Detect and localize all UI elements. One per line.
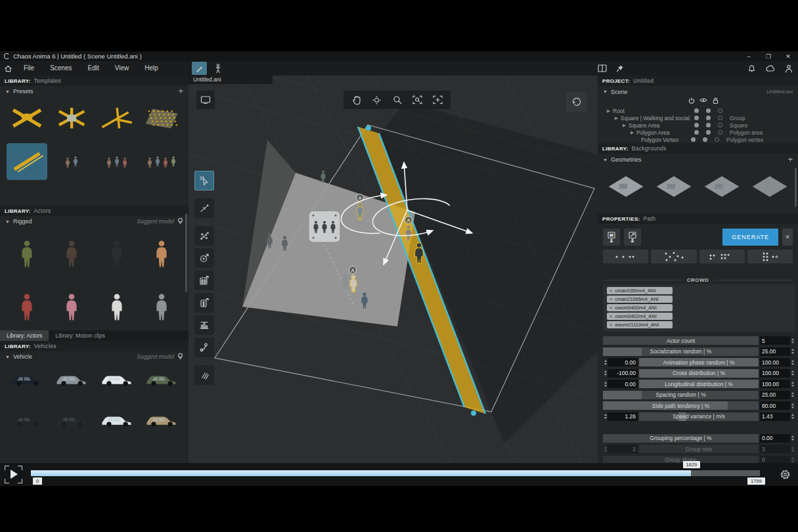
right-panel-scrollbar[interactable] bbox=[795, 167, 797, 207]
zoom-icon[interactable] bbox=[388, 92, 406, 108]
stepper-control[interactable] bbox=[603, 412, 608, 421]
geometry-thumb[interactable] bbox=[700, 169, 743, 204]
generate-cancel-button[interactable]: ✕ bbox=[782, 229, 793, 246]
slider-value[interactable]: 100.00 bbox=[760, 380, 790, 388]
scene-tree-row[interactable]: ▶Square | Walking and social...Group bbox=[598, 114, 798, 122]
slider-min-value[interactable]: 0.00 bbox=[608, 358, 638, 366]
crowd-model-chip[interactable]: ×cwom0402m4_ANI bbox=[607, 313, 673, 320]
slider-row[interactable]: 2Group size3 bbox=[603, 445, 795, 453]
scene-tree-row[interactable]: ▶Square AreaSquare bbox=[598, 122, 798, 129]
menu-item-edit[interactable]: Edit bbox=[79, 61, 106, 76]
scene-canvas[interactable]: A A A bbox=[188, 76, 598, 463]
stepper-control[interactable] bbox=[790, 445, 795, 453]
remove-chip-icon[interactable]: × bbox=[610, 313, 612, 319]
slider-value[interactable]: 25.00 bbox=[760, 347, 790, 356]
play-button[interactable] bbox=[5, 466, 22, 483]
generate-button[interactable]: GENERATE bbox=[722, 229, 778, 246]
scene-section-row[interactable]: ▼ Scene Untitled.ani bbox=[598, 87, 798, 97]
geometry-thumb[interactable] bbox=[604, 169, 648, 204]
actor-thumb[interactable] bbox=[7, 230, 47, 278]
vehicle-thumb[interactable] bbox=[7, 365, 47, 394]
slider-row[interactable]: Side path tendency | %80.00 bbox=[603, 401, 795, 410]
stepper-control[interactable] bbox=[790, 358, 795, 366]
preset-thumb-group-four[interactable] bbox=[142, 143, 183, 180]
crowd-model-chip[interactable]: ×cman0350m4_ANI bbox=[607, 287, 673, 294]
menu-item-scenes[interactable]: Scenes bbox=[42, 61, 79, 76]
preset-thumb-crowd-grid[interactable] bbox=[142, 100, 183, 137]
stepper-control[interactable] bbox=[603, 445, 608, 453]
visible-dot[interactable] bbox=[706, 123, 711, 127]
restore-button[interactable]: ❐ bbox=[759, 53, 778, 60]
slider-row[interactable]: Actor count5 bbox=[603, 336, 795, 345]
actor-thumb[interactable] bbox=[142, 283, 183, 330]
slider-track[interactable]: Speed variance | m/s bbox=[639, 412, 759, 421]
remove-chip-icon[interactable]: × bbox=[610, 288, 612, 294]
slider-track[interactable]: Socialization random | % bbox=[603, 347, 759, 356]
slider-value[interactable]: 100.00 bbox=[760, 369, 790, 378]
visible-dot[interactable] bbox=[706, 116, 711, 120]
stepper-control[interactable] bbox=[790, 401, 795, 410]
slider-row[interactable]: Spacing random | %25.00 bbox=[603, 391, 795, 399]
presets-section-row[interactable]: ▼ Presets + bbox=[0, 86, 188, 97]
enabled-dot[interactable] bbox=[694, 116, 699, 120]
lock-dot[interactable] bbox=[715, 137, 719, 142]
menu-item-file[interactable]: File bbox=[16, 61, 42, 76]
lightbulb-icon[interactable] bbox=[177, 217, 183, 225]
actor-thumb[interactable] bbox=[97, 230, 137, 278]
slider-value[interactable]: 25.00 bbox=[760, 391, 790, 399]
lightbulb-icon[interactable] bbox=[177, 353, 183, 361]
pin-icon[interactable] bbox=[616, 64, 624, 72]
vehicle-thumb[interactable] bbox=[97, 365, 137, 394]
left-panel-scrollbar[interactable] bbox=[185, 213, 187, 292]
bone-tool-button[interactable] bbox=[194, 338, 214, 357]
slider-row[interactable]: Socialization random | %25.00 bbox=[603, 347, 795, 356]
viewport-tab[interactable]: Untitled.ani bbox=[188, 76, 273, 84]
minimize-button[interactable]: – bbox=[739, 53, 759, 60]
slider-row[interactable]: 0.00Longitudinal distribution | %100.00 bbox=[603, 380, 795, 388]
select-tool-button[interactable] bbox=[194, 171, 214, 190]
stepper-control[interactable] bbox=[790, 347, 795, 356]
stepper-control[interactable] bbox=[790, 412, 795, 421]
actor-thumb[interactable] bbox=[52, 230, 93, 278]
enabled-dot[interactable] bbox=[694, 130, 699, 135]
stepper-control[interactable] bbox=[790, 336, 795, 345]
distribution-pattern-4-button[interactable] bbox=[747, 250, 793, 263]
crowd-model-chip[interactable]: ×ewom21110m4_ANI bbox=[607, 321, 673, 328]
stepper-control[interactable] bbox=[790, 456, 795, 464]
list-box-tool-button[interactable] bbox=[194, 293, 214, 313]
geometries-section-row[interactable]: ▼ Geometries + bbox=[598, 154, 798, 165]
actor-thumb[interactable] bbox=[97, 283, 137, 330]
rigged-section-row[interactable]: ▼ Rigged Suggest model bbox=[0, 216, 188, 227]
crowd-model-chip[interactable]: ×cman21065m4_ANI bbox=[607, 296, 673, 303]
remove-chip-icon[interactable]: × bbox=[610, 296, 612, 302]
preset-thumb-group-two[interactable] bbox=[52, 143, 93, 180]
enabled-dot[interactable] bbox=[694, 108, 699, 113]
home-icon[interactable] bbox=[0, 64, 16, 73]
path-tool-button[interactable] bbox=[194, 198, 214, 218]
mannequin-mode-button[interactable] bbox=[211, 62, 226, 75]
actor-thumb[interactable] bbox=[142, 230, 183, 278]
actor-thumb[interactable] bbox=[52, 283, 93, 330]
preset-thumb-group-three[interactable] bbox=[97, 143, 137, 180]
viewport-3d[interactable]: Untitled.ani bbox=[188, 76, 598, 463]
stepper-control[interactable] bbox=[790, 434, 795, 443]
split-panel-icon[interactable] bbox=[598, 64, 607, 72]
geometry-thumb[interactable] bbox=[748, 169, 791, 204]
account-user-icon[interactable] bbox=[785, 64, 793, 73]
close-button[interactable]: ✕ bbox=[778, 53, 798, 60]
slider-min-value[interactable]: 2 bbox=[608, 445, 638, 453]
lock-dot[interactable] bbox=[718, 116, 722, 120]
timeline-current-badge[interactable]: 1629 bbox=[683, 461, 701, 468]
slider-value[interactable]: 80.00 bbox=[760, 401, 790, 410]
visible-dot[interactable] bbox=[706, 108, 711, 113]
distribution-pattern-2-button[interactable] bbox=[651, 250, 696, 263]
geometry-thumb[interactable] bbox=[652, 169, 696, 204]
stepper-control[interactable] bbox=[603, 369, 608, 378]
library-tab-actors[interactable]: Library: Actors bbox=[0, 330, 49, 341]
slider-row[interactable]: 0.00Animation phase random | %100.00 bbox=[603, 358, 795, 366]
slider-row[interactable]: -100.00Cross distribution | %100.00 bbox=[603, 369, 795, 378]
vehicle-section-row[interactable]: ▼ Vehicle Suggest model bbox=[0, 351, 188, 362]
slider-track[interactable]: Cross distribution | % bbox=[639, 369, 759, 378]
menu-item-view[interactable]: View bbox=[107, 61, 137, 76]
preset-thumb-cross-path[interactable] bbox=[7, 100, 47, 137]
